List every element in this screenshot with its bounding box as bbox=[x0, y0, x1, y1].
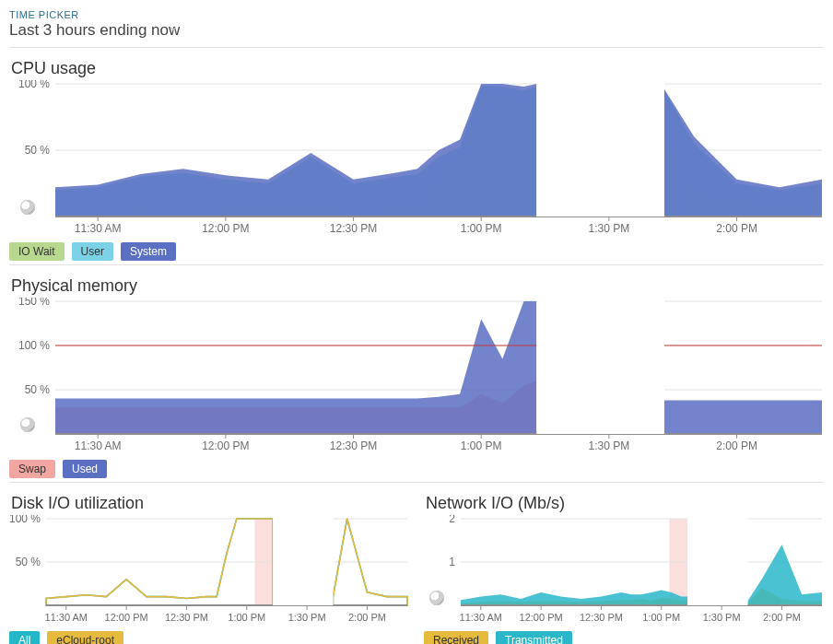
time-picker-label: TIME PICKER bbox=[9, 9, 824, 20]
svg-text:150 %: 150 % bbox=[18, 298, 50, 308]
svg-text:50 %: 50 % bbox=[25, 383, 51, 396]
loading-icon bbox=[20, 200, 35, 215]
loading-icon bbox=[429, 591, 444, 605]
legend-item-ecloud-root[interactable]: eCloud-root bbox=[47, 631, 123, 644]
svg-text:2:00 PM: 2:00 PM bbox=[716, 439, 757, 452]
chart-title-memory: Physical memory bbox=[11, 276, 824, 296]
legend-item-user[interactable]: User bbox=[72, 242, 113, 261]
legend-item-swap[interactable]: Swap bbox=[9, 460, 55, 478]
chart-svg-network[interactable]: 2111:30 AM12:00 PM12:30 PM1:00 PM1:30 PM… bbox=[424, 515, 824, 626]
time-picker-value: Last 3 hours ending now bbox=[9, 21, 824, 40]
svg-text:12:30 PM: 12:30 PM bbox=[330, 439, 377, 452]
svg-text:100 %: 100 % bbox=[9, 515, 41, 525]
svg-text:12:30 PM: 12:30 PM bbox=[165, 612, 208, 623]
chart-svg-memory[interactable]: 150 %100 %50 %11:30 AM12:00 PM12:30 PM1:… bbox=[9, 298, 824, 454]
chart-disk[interactable]: 100 %50 %11:30 AM12:00 PM12:30 PM1:00 PM… bbox=[9, 515, 409, 626]
svg-rect-5 bbox=[536, 82, 664, 217]
svg-text:100 %: 100 % bbox=[18, 339, 50, 352]
svg-text:12:00 PM: 12:00 PM bbox=[105, 612, 148, 623]
svg-text:1:00 PM: 1:00 PM bbox=[642, 612, 680, 623]
svg-text:1:30 PM: 1:30 PM bbox=[703, 612, 741, 623]
svg-text:1:30 PM: 1:30 PM bbox=[589, 222, 630, 235]
svg-text:11:30 AM: 11:30 AM bbox=[460, 612, 502, 623]
svg-text:1:00 PM: 1:00 PM bbox=[461, 222, 502, 235]
legend-disk: AlleCloud-root bbox=[9, 631, 409, 644]
svg-text:11:30 AM: 11:30 AM bbox=[45, 612, 88, 623]
chart-svg-disk[interactable]: 100 %50 %11:30 AM12:00 PM12:30 PM1:00 PM… bbox=[9, 515, 409, 626]
legend-item-io-wait[interactable]: IO Wait bbox=[9, 242, 65, 261]
svg-text:12:00 PM: 12:00 PM bbox=[202, 222, 249, 235]
svg-text:2:00 PM: 2:00 PM bbox=[716, 222, 757, 235]
legend-cpu: IO WaitUserSystem bbox=[9, 242, 824, 261]
svg-text:11:30 AM: 11:30 AM bbox=[75, 222, 122, 235]
legend-network: ReceivedTransmitted bbox=[424, 631, 824, 644]
svg-text:1:00 PM: 1:00 PM bbox=[228, 612, 265, 623]
svg-text:50 %: 50 % bbox=[16, 556, 41, 568]
legend-item-system[interactable]: System bbox=[121, 242, 176, 261]
svg-text:2:00 PM: 2:00 PM bbox=[763, 612, 801, 623]
chart-memory[interactable]: 150 %100 %50 %11:30 AM12:00 PM12:30 PM1:… bbox=[9, 298, 824, 454]
loading-icon bbox=[20, 417, 35, 432]
legend-item-transmitted[interactable]: Transmitted bbox=[496, 631, 572, 644]
legend-memory: SwapUsed bbox=[9, 460, 824, 478]
svg-text:12:30 PM: 12:30 PM bbox=[330, 222, 377, 235]
svg-text:50 %: 50 % bbox=[25, 144, 51, 157]
svg-text:12:00 PM: 12:00 PM bbox=[202, 439, 249, 452]
svg-rect-45 bbox=[273, 517, 333, 605]
legend-item-used[interactable]: Used bbox=[63, 460, 107, 478]
time-picker[interactable]: TIME PICKER Last 3 hours ending now ⌄ bbox=[9, 0, 824, 48]
chart-network[interactable]: 2111:30 AM12:00 PM12:30 PM1:00 PM1:30 PM… bbox=[424, 515, 824, 626]
svg-rect-26 bbox=[536, 299, 664, 434]
svg-text:2:00 PM: 2:00 PM bbox=[348, 612, 386, 623]
svg-text:100 %: 100 % bbox=[18, 80, 50, 90]
chart-title-network: Network I/O (Mb/s) bbox=[426, 494, 824, 513]
chart-title-cpu: CPU usage bbox=[11, 59, 824, 78]
svg-text:1:30 PM: 1:30 PM bbox=[589, 439, 630, 452]
svg-text:12:30 PM: 12:30 PM bbox=[580, 612, 623, 623]
svg-rect-64 bbox=[687, 517, 747, 605]
svg-text:1: 1 bbox=[449, 556, 455, 568]
svg-text:1:00 PM: 1:00 PM bbox=[461, 439, 502, 452]
chart-svg-cpu[interactable]: 100 %50 %11:30 AM12:00 PM12:30 PM1:00 PM… bbox=[9, 80, 824, 237]
chart-title-disk: Disk I/O utilization bbox=[11, 494, 409, 513]
svg-text:1:30 PM: 1:30 PM bbox=[288, 612, 326, 623]
svg-text:12:00 PM: 12:00 PM bbox=[520, 612, 563, 623]
svg-text:2: 2 bbox=[449, 515, 455, 525]
legend-item-all[interactable]: All bbox=[9, 631, 40, 644]
legend-item-received[interactable]: Received bbox=[424, 631, 488, 644]
chart-cpu[interactable]: 100 %50 %11:30 AM12:00 PM12:30 PM1:00 PM… bbox=[9, 80, 824, 237]
svg-text:11:30 AM: 11:30 AM bbox=[75, 439, 122, 452]
